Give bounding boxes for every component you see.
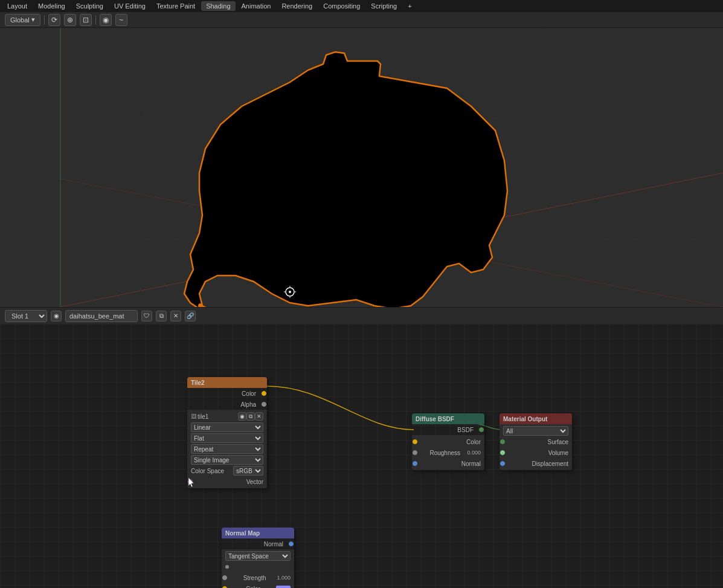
- material-remove-icon[interactable]: ✕: [170, 311, 181, 321]
- menu-item-sculpting[interactable]: Sculpting: [71, 1, 108, 11]
- tile2-projection-row: FlatBoxSphere: [187, 433, 267, 444]
- transform-dropdown[interactable]: Global ▾: [5, 14, 40, 26]
- normal-map-color-row: Color: [222, 583, 294, 588]
- normal-map-space-select[interactable]: Tangent SpaceObject SpaceWorld Space: [225, 551, 291, 561]
- tile2-source-row: Single ImageMovieSequence: [187, 454, 267, 465]
- diffuse-bsdf-node[interactable]: Diffuse BSDF BSDF Color Roughness 0.000 …: [412, 413, 484, 470]
- tile2-alpha-label: Alpha: [240, 401, 256, 408]
- diffuse-roughness-value[interactable]: 0.000: [467, 450, 481, 456]
- tile2-vector-label: Vector: [246, 479, 263, 485]
- viewport-3d[interactable]: Slot 1 Slot 2 ◉ daihatsu_bee_mat 🛡 ⧉ ✕ 🔗: [0, 28, 723, 324]
- menu-item-modeling[interactable]: Modeling: [33, 1, 70, 11]
- material-output-target-select[interactable]: AllCyclesEEVEE: [503, 426, 568, 436]
- normal-map-body: Tangent SpaceObject SpaceWorld Space Str…: [222, 549, 294, 588]
- normal-map-strength-socket[interactable]: [222, 575, 227, 580]
- tile2-projection-select[interactable]: FlatBoxSphere: [191, 433, 263, 443]
- tile2-extension-select[interactable]: RepeatExtendClip: [191, 444, 263, 454]
- diffuse-normal-label: Normal: [461, 460, 481, 467]
- menu-item-layout[interactable]: Layout: [2, 1, 32, 11]
- diffuse-bsdf-header[interactable]: Diffuse BSDF: [412, 413, 484, 424]
- material-shield-icon[interactable]: 🛡: [141, 311, 152, 321]
- menu-item-shading[interactable]: Shading: [201, 1, 235, 11]
- tile2-node-header[interactable]: Tile2: [187, 377, 267, 388]
- tile2-image-browse[interactable]: ◉: [238, 412, 246, 421]
- svg-point-23: [289, 291, 291, 293]
- tile2-vector-socket[interactable]: [188, 479, 193, 484]
- tile2-color-socket[interactable]: [262, 391, 266, 396]
- tile2-source-select[interactable]: Single ImageMovieSequence: [191, 455, 263, 465]
- material-surface-label: Surface: [548, 439, 568, 445]
- normal-map-strength-value[interactable]: 1.000: [277, 575, 291, 581]
- material-output-target-row: AllCyclesEEVEE: [500, 425, 572, 436]
- menu-item-scripting[interactable]: Scripting: [366, 1, 402, 11]
- menu-item-rendering[interactable]: Rendering: [277, 1, 317, 11]
- tile2-colorspace-select[interactable]: sRGBLinear: [233, 466, 263, 476]
- material-displacement-row: Displacement: [500, 458, 572, 469]
- overlay-btn[interactable]: ◉: [100, 14, 112, 26]
- tile2-color-output: Color: [187, 388, 267, 399]
- tile2-colorspace-label: Color Space: [191, 468, 224, 474]
- diffuse-roughness-row: Roughness 0.000: [412, 447, 484, 458]
- normal-map-title: Normal Map: [225, 530, 260, 537]
- normal-map-output: Normal: [222, 538, 294, 549]
- material-name-field[interactable]: daihatsu_bee_mat: [65, 310, 138, 322]
- material-surface-row: Surface: [500, 436, 572, 447]
- diffuse-roughness-socket[interactable]: [413, 450, 417, 455]
- diffuse-bsdf-body: Color Roughness 0.000 Normal: [412, 435, 484, 470]
- material-duplicate-icon[interactable]: ⧉: [156, 311, 167, 321]
- tile2-image-copy[interactable]: ⧉: [246, 412, 255, 421]
- normal-map-output-socket[interactable]: [289, 541, 294, 546]
- normal-map-color-swatch[interactable]: [276, 586, 291, 588]
- chevron-down-icon: ▾: [31, 16, 35, 24]
- toolbar: Global ▾ ⟳ ⊕ ⊡ ◉ ~: [0, 12, 723, 28]
- gizmo-btn[interactable]: ~: [115, 14, 127, 26]
- normal-map-strength-row: Strength 1.000: [222, 572, 294, 583]
- tile2-color-label: Color: [242, 390, 256, 397]
- material-volume-socket[interactable]: [500, 450, 505, 455]
- normal-map-color-label: Color: [246, 586, 260, 589]
- normal-map-node[interactable]: Normal Map Normal Tangent SpaceObject Sp…: [222, 528, 294, 588]
- tile2-image-icon: 🖼: [191, 413, 196, 419]
- diffuse-normal-row: Normal: [412, 458, 484, 469]
- normal-map-uv-row: [222, 561, 294, 572]
- diffuse-color-label: Color: [466, 439, 481, 445]
- material-output-body: AllCyclesEEVEE Surface Volume Displaceme…: [500, 424, 572, 470]
- menu-item-compositing[interactable]: Compositing: [318, 1, 365, 11]
- material-volume-label: Volume: [548, 450, 568, 456]
- tile2-colorspace-row: Color Space sRGBLinear: [187, 465, 267, 476]
- material-browse-icon[interactable]: ◉: [51, 311, 62, 321]
- tile2-image-name: tile1: [198, 413, 237, 420]
- node-editor[interactable]: Tile2 Color Alpha 🖼 tile1 ◉ ⧉ ✕: [0, 324, 723, 588]
- tile2-alpha-output: Alpha: [187, 399, 267, 410]
- tile2-node-body: 🖼 tile1 ◉ ⧉ ✕ LinearCubicClosest FlatBox…: [187, 410, 267, 488]
- proportional-edit-btn[interactable]: ⊡: [80, 14, 92, 26]
- normal-map-header[interactable]: Normal Map: [222, 528, 294, 538]
- tile2-image-row: 🖼 tile1 ◉ ⧉ ✕: [187, 411, 267, 422]
- diffuse-bsdf-label: BSDF: [457, 427, 474, 433]
- material-output-header[interactable]: Material Output: [500, 413, 572, 424]
- normal-map-uv-dot: [225, 565, 229, 569]
- diffuse-roughness-label: Roughness: [429, 450, 460, 456]
- snap-btn[interactable]: ⊕: [64, 14, 76, 26]
- material-displacement-socket[interactable]: [500, 461, 505, 466]
- material-surface-socket[interactable]: [500, 439, 505, 444]
- viewport-grid: [0, 28, 723, 324]
- material-output-node[interactable]: Material Output AllCyclesEEVEE Surface V…: [500, 413, 572, 470]
- menu-item-uv[interactable]: UV Editing: [109, 1, 150, 11]
- tile2-image-remove[interactable]: ✕: [255, 412, 263, 421]
- toolbar-separator-2: [95, 15, 96, 25]
- material-slot-select[interactable]: Slot 1 Slot 2: [5, 310, 47, 322]
- transform-pivot-btn[interactable]: ⟳: [48, 14, 60, 26]
- diffuse-bsdf-socket[interactable]: [479, 427, 484, 432]
- tile2-alpha-socket[interactable]: [262, 402, 266, 407]
- tile2-vector-row: Vector: [187, 476, 267, 487]
- diffuse-color-socket[interactable]: [413, 439, 417, 444]
- menu-item-animation[interactable]: Animation: [237, 1, 276, 11]
- diffuse-normal-socket[interactable]: [413, 461, 417, 466]
- material-link-icon[interactable]: 🔗: [185, 311, 196, 321]
- tile2-node[interactable]: Tile2 Color Alpha 🖼 tile1 ◉ ⧉ ✕: [187, 377, 267, 488]
- menu-item-texturepaint[interactable]: Texture Paint: [152, 1, 200, 11]
- add-workspace-button[interactable]: +: [403, 1, 416, 11]
- tile2-interpolation-select[interactable]: LinearCubicClosest: [191, 422, 263, 432]
- diffuse-bsdf-title: Diffuse BSDF: [416, 416, 454, 422]
